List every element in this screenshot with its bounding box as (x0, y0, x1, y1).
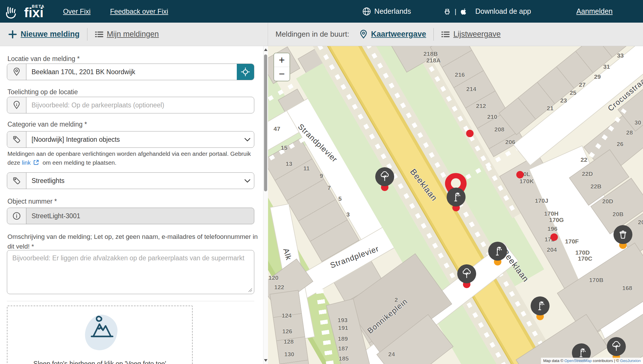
tab-my-reports-label: Mijn meldingen (107, 30, 159, 39)
fixi-hand-icon (4, 5, 20, 21)
form-scrollbar[interactable] (263, 46, 268, 364)
scrollbar-thumb[interactable] (264, 54, 267, 191)
house-number-21: 21 (547, 105, 553, 112)
house-number-31: 31 (603, 63, 610, 70)
attribution-prefix: Map data © (543, 359, 564, 363)
photo-mountain-icon (87, 315, 115, 341)
zoom-out-button[interactable]: − (274, 67, 290, 81)
photo-dropzone[interactable]: Sleep foto's hierheen of klik op 'Voeg f… (7, 306, 193, 364)
attribution-middle: contributors | © (592, 359, 620, 363)
tree-marker[interactable] (385, 177, 404, 196)
tag-icon (7, 131, 26, 147)
location-pin-icon (7, 64, 26, 80)
chevron-down-icon[interactable] (241, 131, 254, 147)
tab-my-reports[interactable]: Mijn meldingen (95, 30, 159, 39)
house-number-191: 191 (338, 324, 348, 331)
tab-map-view-label: Kaartweergave (371, 30, 426, 39)
house-number-216: 216 (455, 71, 465, 78)
house-number-214: 214 (466, 86, 476, 93)
house-number-170G: 170G (549, 217, 564, 223)
house-number-26: 26 (617, 141, 623, 147)
lamp-marker[interactable] (456, 197, 475, 216)
globe-icon (362, 7, 371, 16)
description-textarea[interactable] (7, 250, 254, 294)
language-label: Nederlands (374, 7, 411, 15)
language-selector[interactable]: Nederlands (362, 7, 411, 16)
map-canvas[interactable]: StrandplevierStrandplevierBeeklaanBeekla… (268, 46, 643, 364)
description-label: Omschrijving van de melding; Let op, zet… (7, 232, 261, 251)
location-note-input[interactable] (26, 97, 254, 113)
tabs-divider (87, 28, 87, 41)
photo-drop-label: Sleep foto's hierheen of klik op 'Voeg f… (7, 360, 192, 364)
house-number-122: 122 (274, 284, 284, 291)
fixi-logo[interactable]: fixi BETA (4, 2, 44, 21)
list-icon (95, 31, 103, 38)
map-attribution: Map data © OpenStreetMap contributors | … (541, 358, 643, 364)
android-icon[interactable] (443, 7, 451, 15)
house-number-204: 204 (547, 246, 557, 253)
house-number-9: 9 (320, 172, 323, 179)
scroll-down-arrow[interactable] (263, 357, 268, 363)
house-number-196: 196 (547, 225, 557, 232)
house-number-22B: 22B (591, 183, 602, 190)
location-field-row (7, 64, 254, 80)
map-header: Meldingen in de buurt: Kaartweergave Lij… (268, 23, 643, 46)
house-number-20: 20 (638, 219, 643, 226)
download-app-link[interactable]: Download de app (475, 7, 531, 15)
house-number-3: 3 (346, 211, 350, 218)
category-select-value[interactable]: [Noordwijk] Integration objects (26, 131, 241, 147)
nearby-reports-title: Meldingen in de buurt: (275, 30, 349, 39)
object-number-input (26, 208, 254, 224)
location-input[interactable] (26, 64, 237, 80)
portal-link[interactable]: link (22, 159, 31, 166)
house-number-23: 23 (560, 97, 567, 104)
scroll-up-arrow[interactable] (263, 46, 268, 53)
house-number-27: 27 (579, 81, 585, 88)
house-number-212: 212 (476, 103, 486, 109)
lamp-marker[interactable] (498, 251, 517, 270)
tab-map-view[interactable]: Kaartweergave (359, 30, 426, 39)
house-number-170K: 170K (519, 178, 534, 185)
left-tabs: Nieuwe melding Mijn meldingen (0, 23, 268, 46)
map-overlays: StrandplevierStrandplevierBeeklaanBeekla… (268, 46, 643, 364)
house-number-168: 168 (622, 285, 632, 292)
house-number-20D: 20D (602, 198, 613, 205)
house-number-2: 2 (394, 296, 398, 303)
locate-me-button[interactable] (237, 64, 254, 80)
house-number-206: 206 (505, 139, 515, 145)
view-tabs-divider (433, 28, 434, 41)
form-divider (7, 301, 254, 301)
external-link-icon[interactable] (33, 159, 39, 168)
subcategory-select-value[interactable]: Streetlights (26, 173, 241, 189)
lamp-marker[interactable] (540, 306, 559, 325)
store-separator: | (455, 7, 456, 15)
plus-icon (8, 30, 17, 39)
tree-marker[interactable] (467, 274, 486, 293)
house-number-126: 126 (282, 328, 292, 335)
house-number-15: 15 (281, 144, 287, 151)
house-number-170F: 170F (565, 238, 579, 245)
trash-marker[interactable] (623, 235, 642, 253)
location-note-label: Toelichting op de locatie (7, 88, 78, 96)
street-label-beeklaan: Beeklaan (408, 167, 439, 203)
nav-link-feedback[interactable]: Feedback over Fixi (110, 7, 168, 15)
chevron-down-icon-2[interactable] (241, 173, 254, 189)
apple-icon[interactable] (460, 7, 468, 16)
sub-header-strip: Nieuwe melding Mijn meldingen Meldingen … (0, 23, 643, 46)
subcategory-select-row: Streetlights (7, 172, 254, 189)
tab-new-report[interactable]: Nieuwe melding (8, 30, 80, 39)
house-number-5: 5 (338, 195, 342, 202)
zoom-in-button[interactable]: + (274, 53, 290, 67)
signin-link[interactable]: Aanmelden (576, 7, 613, 15)
street-label-crocusstraat: Crocusstraat (606, 75, 643, 113)
house-number-128: 128 (284, 338, 294, 345)
tab-list-view[interactable]: Lijstweergave (441, 30, 501, 39)
house-number-120: 120 (268, 274, 278, 281)
geojunxion-link[interactable]: GeoJunxion (620, 359, 641, 363)
map-pin-icon (359, 30, 368, 39)
osm-link[interactable]: OpenStreetMap (564, 359, 592, 363)
house-number-130: 130 (284, 351, 294, 358)
crosshair-icon (241, 67, 250, 76)
nav-link-over-fixi[interactable]: Over Fixi (63, 7, 91, 15)
house-number-7: 7 (327, 184, 331, 191)
